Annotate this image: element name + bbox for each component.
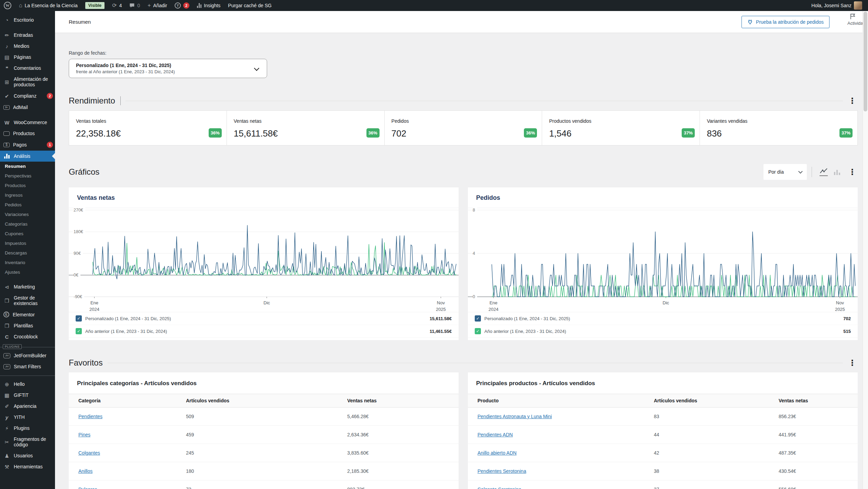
stat-card-productos-vendidos[interactable]: Productos vendidos1,54637%: [542, 111, 700, 145]
site-name-menu[interactable]: ⌂ La Esencia de la Ciencia: [15, 0, 81, 11]
y-axis-tick-label: 4: [473, 250, 477, 257]
performance-kebab-menu[interactable]: ⋮: [847, 97, 858, 105]
sidebar-item-complianz[interactable]: ✔Complianz2: [0, 90, 55, 102]
performance-cards: Ventas totales22,358.18€36%Ventas netas1…: [69, 110, 858, 145]
sidebar-item-smart-filters[interactable]: JetSmart Filters: [0, 361, 55, 372]
sidebar-subitem-cupones[interactable]: Cupones: [0, 229, 55, 239]
sidebar-subitem-inventario[interactable]: Inventario: [0, 258, 55, 268]
site-name: La Esencia de la Ciencia: [25, 3, 78, 8]
sidebar-subitem-pedidos[interactable]: Pedidos: [0, 200, 55, 210]
x-tick-line2: 2024: [89, 306, 99, 313]
main-content: Resumen Prueba la atribución de pedidos …: [55, 11, 868, 489]
stat-card-pedidos[interactable]: Pedidos70236%: [385, 111, 542, 145]
sidebar-item-marketing[interactable]: ⊲Marketing: [0, 281, 55, 292]
row-link[interactable]: Colgantes: [78, 450, 100, 456]
sidebar-item-admail[interactable]: ⊳AdMail: [0, 102, 55, 113]
sidebar-subitem-impuestos[interactable]: Impuestos: [0, 239, 55, 248]
x-axis-labels: Ene2024DicNov2025: [69, 298, 459, 312]
sidebar-item-hello[interactable]: ⊕Hello: [0, 379, 55, 390]
items-sold-cell: 44: [654, 432, 779, 437]
sidebar-subitem-perspectivas[interactable]: Perspectivas: [0, 171, 55, 181]
sidebar-item-comentarios[interactable]: ❝Comentarios: [0, 63, 55, 74]
sidebar-item-crocoblock[interactable]: CCrocoblock: [0, 331, 55, 342]
sidebar-item-woocommerce[interactable]: WWooCommerce: [0, 117, 55, 128]
series-checkbox[interactable]: ✓: [76, 328, 82, 334]
sidebar-subitem-variaciones[interactable]: Variaciones: [0, 210, 55, 219]
insights-menu[interactable]: Insights: [193, 0, 224, 11]
yoast-seo-menu[interactable]: Y 2: [171, 0, 193, 11]
dashboard-icon: ◔: [3, 18, 10, 23]
line-chart-toggle[interactable]: [820, 168, 828, 176]
visible-badge: Visible: [85, 2, 105, 9]
sidebar-item-alimentaci-n-de-productos[interactable]: ⊞Alimentación de productos: [0, 74, 55, 90]
sidebar-subitem-resumen[interactable]: Resumen: [0, 162, 55, 171]
items-sold-cell: 83: [654, 414, 779, 419]
sidebar-item-p-ginas[interactable]: ▤Páginas: [0, 52, 55, 63]
series-checkbox[interactable]: ✓: [76, 315, 82, 322]
column-header: Artículos vendidos: [654, 398, 779, 403]
series-checkbox[interactable]: ✓: [475, 315, 481, 322]
order-attribution-button[interactable]: Prueba la atribución de pedidos: [741, 16, 829, 28]
bar-chart-toggle[interactable]: [833, 169, 841, 175]
row-link[interactable]: Pendientes: [78, 414, 102, 419]
date-range-select[interactable]: Personalizado (1 Ene, 2024 - 31 Dic, 202…: [69, 59, 267, 78]
wp-logo-menu[interactable]: W: [0, 0, 15, 11]
row-link[interactable]: Pendientes Astronauta y Luna Mini: [477, 414, 552, 419]
new-content-menu[interactable]: + Añadir: [144, 0, 171, 11]
row-link[interactable]: Pulseras: [78, 487, 97, 489]
sidebar-item-usuarios[interactable]: ♟Usuarios: [0, 450, 55, 461]
stat-card-variantes-vendidas[interactable]: Variantes vendidas83637%: [700, 111, 857, 145]
x-axis-tick-label: Dic: [663, 300, 669, 306]
scrollbar-thumb[interactable]: [864, 12, 867, 111]
sidebar-item-apariencia[interactable]: ✐Apariencia: [0, 401, 55, 412]
sidebar-subitem-descargas[interactable]: Descargas: [0, 248, 55, 258]
insights-label: Insights: [204, 3, 220, 8]
woocommerce-icon: W: [3, 120, 10, 125]
sidebar-subitem-categor-as[interactable]: Categorías: [0, 219, 55, 229]
row-link[interactable]: Colgante Serotonina: [477, 487, 521, 489]
row-link[interactable]: Pines: [78, 432, 90, 437]
yith-icon: y: [3, 415, 10, 420]
appearance-icon: ✐: [3, 404, 10, 409]
sidebar-item-gestor-de-existencias[interactable]: ❒Gestor de existencias: [0, 292, 55, 309]
sidebar-item-herramientas[interactable]: ⚒Herramientas: [0, 461, 55, 472]
page-scrollbar[interactable]: [862, 11, 868, 489]
row-link[interactable]: Anillos: [78, 468, 92, 474]
interval-select[interactable]: Por día: [763, 164, 807, 180]
stat-card-ventas-totales[interactable]: Ventas totales22,358.18€36%: [69, 111, 227, 145]
sidebar-item-productos[interactable]: Productos: [0, 128, 55, 139]
row-link[interactable]: Pendientes ADN: [477, 432, 513, 437]
series-label: Año anterior (1 Ene, 2023 - 31 Dic, 2024…: [85, 329, 167, 334]
sidebar-subitem-ingresos[interactable]: Ingresos: [0, 191, 55, 200]
updates-menu[interactable]: ⟳ 4: [108, 0, 125, 11]
my-account-menu[interactable]: Hola, Josemi Sanz: [807, 1, 866, 10]
comments-menu[interactable]: 0: [125, 0, 144, 11]
sidebar-item-plugins[interactable]: ⚡Plugins: [0, 423, 55, 434]
row-link[interactable]: Pendientes Serotonina: [477, 468, 526, 474]
sidebar-item-jetformbuilder[interactable]: JetJetFormBuilder: [0, 350, 55, 361]
charts-kebab-menu[interactable]: ⋮: [847, 168, 858, 176]
date-range-primary: Personalizado (1 Ene, 2024 - 31 Dic, 202…: [76, 63, 248, 68]
visibility-badge-item[interactable]: Visible: [81, 0, 108, 11]
sidebar-subitem-productos[interactable]: Productos: [0, 181, 55, 191]
sidebar-item-label: Usuarios: [14, 453, 53, 458]
sidebar-item-entradas[interactable]: ✏Entradas: [0, 30, 55, 41]
favorites-kebab-menu[interactable]: ⋮: [847, 359, 858, 367]
sidebar-item-plantillas[interactable]: ❐Plantillas: [0, 320, 55, 331]
sidebar-item-elementor[interactable]: EElementor: [0, 309, 55, 320]
column-header: Ventas netas: [779, 398, 858, 403]
sidebar-item-yith[interactable]: yYITH: [0, 412, 55, 423]
sidebar-item-escritorio[interactable]: ◔Escritorio: [0, 14, 55, 25]
row-link[interactable]: Anillo abierto ADN: [477, 450, 517, 456]
series-checkbox[interactable]: ✓: [475, 328, 481, 334]
sidebar-item-an-lisis[interactable]: Análisis: [0, 151, 55, 162]
sidebar-item-medios[interactable]: ♪Medios: [0, 41, 55, 52]
purge-cache-menu[interactable]: Purgar caché de SG: [224, 0, 275, 11]
sidebar-item-pagos[interactable]: $Pagos1: [0, 139, 55, 151]
date-range-secondary: frente al Año anterior (1 Ene, 2023 - 31…: [76, 69, 248, 74]
sidebar-subitem-ajustes[interactable]: Ajustes: [0, 268, 55, 277]
stat-card-trend-badge: 36%: [524, 128, 537, 138]
sidebar-item-fragmentos-de-c-digo[interactable]: ✂Fragmentos de código: [0, 434, 55, 450]
stat-card-ventas-netas[interactable]: Ventas netas15,611.58€36%: [227, 111, 384, 145]
sidebar-item-giftit[interactable]: ▦GIFTiT: [0, 390, 55, 401]
